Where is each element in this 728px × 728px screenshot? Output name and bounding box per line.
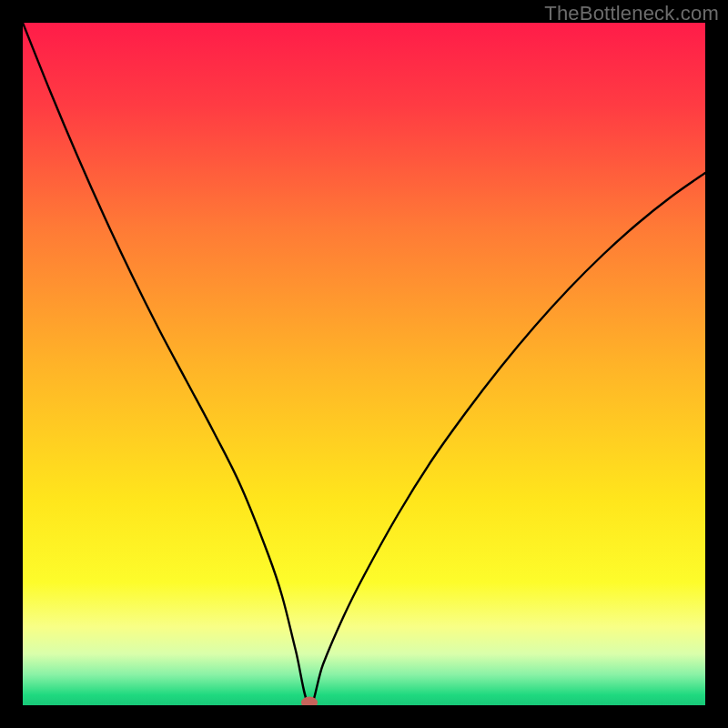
gradient-background <box>23 23 705 705</box>
plot-area <box>23 23 705 705</box>
chart-frame: TheBottleneck.com <box>0 0 728 728</box>
bottleneck-chart <box>23 23 705 705</box>
watermark-label: TheBottleneck.com <box>544 2 719 25</box>
